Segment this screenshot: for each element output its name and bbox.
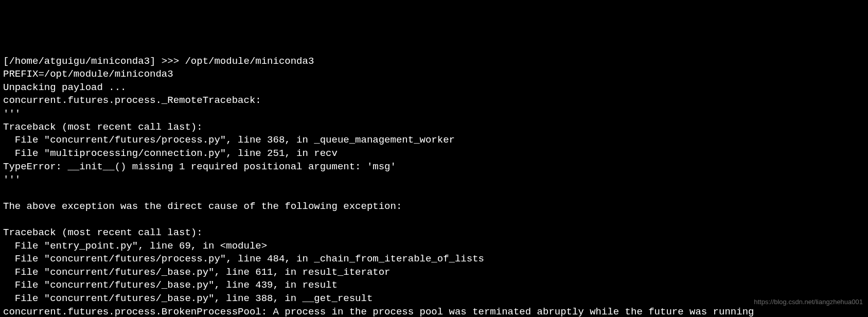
terminal-line: File "entry_point.py", line 69, in <modu… [3,240,865,253]
terminal-line: File "concurrent/futures/process.py", li… [3,134,865,147]
terminal-line: Traceback (most recent call last): [3,226,865,240]
terminal-line: The above exception was the direct cause… [3,200,865,214]
terminal-line: ''' [3,173,865,187]
terminal-line: PREFIX=/opt/module/miniconda3 [3,68,865,81]
terminal-line [3,213,865,226]
terminal-line: Unpacking payload ... [3,81,865,95]
terminal-output[interactable]: [/home/atguigu/miniconda3] >>> /opt/modu… [3,55,865,317]
terminal-line: concurrent.futures.process._RemoteTraceb… [3,94,865,108]
terminal-line [3,187,865,200]
terminal-line: File "multiprocessing/connection.py", li… [3,147,865,161]
terminal-line: File "concurrent/futures/_base.py", line… [3,266,865,279]
terminal-line: File "concurrent/futures/_base.py", line… [3,292,865,306]
terminal-line: Traceback (most recent call last): [3,121,865,134]
terminal-line: [/home/atguigu/miniconda3] >>> /opt/modu… [3,55,865,68]
terminal-line: concurrent.futures.process.BrokenProcess… [3,306,865,317]
watermark-text: https://blog.csdn.net/liangzhehua001 [754,297,863,307]
terminal-line: ''' [3,108,865,121]
terminal-line: File "concurrent/futures/_base.py", line… [3,279,865,292]
terminal-line: File "concurrent/futures/process.py", li… [3,253,865,266]
terminal-line: TypeError: __init__() missing 1 required… [3,161,865,174]
